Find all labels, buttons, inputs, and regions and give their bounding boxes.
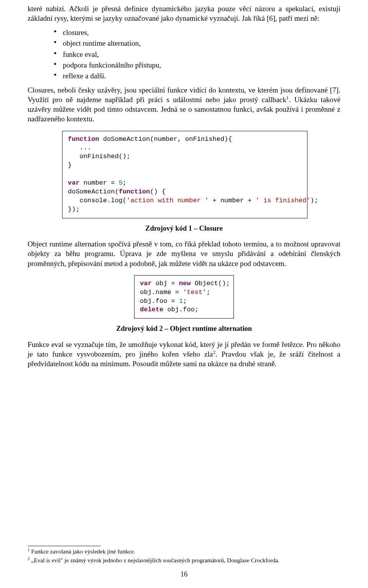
code-text: console.log( xyxy=(68,197,127,204)
code-keyword: delete xyxy=(140,306,163,313)
code-string: 'action with number ' xyxy=(127,197,209,204)
list-item: object runtime alternation, xyxy=(55,38,340,48)
paragraph-closures: Closures, neboli česky uzávěry, jsou spe… xyxy=(28,85,340,124)
footnote-2: 2 „Eval is evil" je známý výrok jednoho … xyxy=(28,557,340,564)
code-text: } xyxy=(68,162,72,169)
code-text: + number + xyxy=(209,197,255,204)
code-text: obj.name = xyxy=(140,289,183,296)
footnote-ref-1: 1 xyxy=(286,95,289,101)
code-text: onFinished(); xyxy=(68,153,130,160)
code-caption-2: Zdrojový kód 2 – Object runtime alternat… xyxy=(28,324,340,333)
list-item: podpora funkcionálního přístupu, xyxy=(55,60,340,70)
code-keyword: function xyxy=(119,188,150,195)
footnote-text: „Eval is evil" je známý výrok jednoho z … xyxy=(30,557,279,563)
code-number: 5 xyxy=(119,179,123,187)
list-item: reflexe a další. xyxy=(55,71,340,81)
code-text: doSomeAction( xyxy=(68,188,119,195)
code-text: number = xyxy=(80,179,119,187)
footnote-rule xyxy=(28,546,100,546)
code-text: obj = xyxy=(152,280,179,287)
code-keyword: new xyxy=(179,280,191,287)
code-listing-2: var obj = new Object(); obj.name = 'test… xyxy=(134,275,234,319)
code-text: obj.foo; xyxy=(163,306,199,313)
code-text: ... xyxy=(68,144,91,151)
footnotes-block: 1 Funkce zavolaná jako výsledek jiné fun… xyxy=(28,546,340,565)
code-text: ; xyxy=(206,289,210,296)
document-page: které nabízí. Ačkoli je přesná definice … xyxy=(0,0,368,588)
page-number: 16 xyxy=(0,570,368,579)
code-keyword: var xyxy=(140,280,152,287)
code-listing-1: function doSomeAction(number, onFinished… xyxy=(62,131,307,218)
code-text: obj.foo = xyxy=(140,297,179,305)
paragraph-intro: které nabízí. Ačkoli je přesná definice … xyxy=(28,4,340,23)
code-number: 1 xyxy=(179,297,183,305)
code-text: () { xyxy=(150,188,166,195)
feature-bullet-list: closures, object runtime alternation, fu… xyxy=(28,28,340,81)
list-item: funkce eval, xyxy=(55,50,340,59)
code-text: doSomeAction(number, onFinished){ xyxy=(99,135,232,143)
code-text: Object(); xyxy=(191,280,230,287)
footnote-1: 1 Funkce zavolaná jako výsledek jiné fun… xyxy=(28,548,340,555)
code-text: ; xyxy=(183,297,187,305)
code-string: 'test' xyxy=(183,289,206,296)
code-caption-1: Zdrojový kód 1 – Closure xyxy=(28,224,340,233)
footnote-text: Funkce zavolaná jako výsledek jiné funkc… xyxy=(30,548,135,555)
list-item: closures, xyxy=(55,28,340,37)
code-text: ; xyxy=(123,179,127,187)
code-keyword: function xyxy=(68,135,99,143)
code-keyword: var xyxy=(68,179,80,187)
paragraph-eval: Funkce eval se vyznačuje tím, že umožňuj… xyxy=(28,340,340,368)
code-string: ' is finished' xyxy=(256,197,310,204)
code-text: ); xyxy=(310,197,318,204)
code-text: }); xyxy=(68,206,80,213)
paragraph-alternation: Object runtime alternation spočívá přesn… xyxy=(28,239,340,268)
